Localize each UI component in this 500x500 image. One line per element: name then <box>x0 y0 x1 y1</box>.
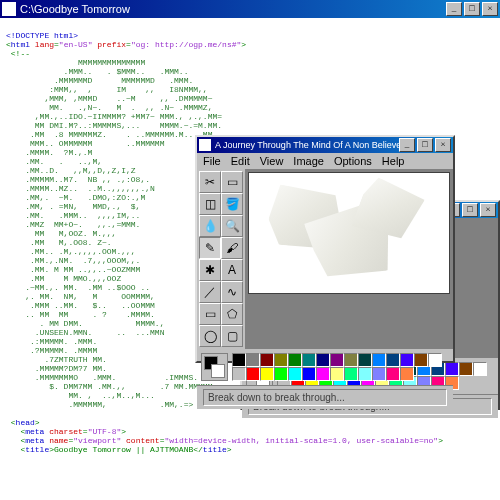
tool-picker[interactable]: 💧 <box>199 215 221 237</box>
tool-text[interactable]: A <box>221 259 243 281</box>
close-button[interactable]: × <box>435 138 451 152</box>
paint-title: A Journey Through The Mind Of A Non Beli… <box>215 140 399 150</box>
tool-eraser[interactable]: ◫ <box>199 193 221 215</box>
tool-ellipse[interactable]: ◯ <box>199 325 221 347</box>
close-button[interactable]: × <box>482 2 498 16</box>
maximize-button[interactable]: □ <box>462 203 478 217</box>
swatch[interactable] <box>330 353 344 367</box>
swatch[interactable] <box>344 353 358 367</box>
swatch[interactable] <box>344 367 358 381</box>
tool-polygon[interactable]: ⬠ <box>221 303 243 325</box>
menu-file[interactable]: File <box>203 155 221 167</box>
swatch[interactable] <box>274 367 288 381</box>
current-colors[interactable] <box>201 353 228 381</box>
window-controls: _ □ × <box>446 2 498 16</box>
swatch[interactable] <box>288 353 302 367</box>
tool-brush[interactable]: 🖌 <box>221 237 243 259</box>
swatch[interactable] <box>274 353 288 367</box>
swatch[interactable] <box>358 367 372 381</box>
swatch[interactable] <box>386 367 400 381</box>
swatch[interactable] <box>260 367 274 381</box>
swatch[interactable] <box>400 367 414 381</box>
tool-line[interactable]: ／ <box>199 281 221 303</box>
tool-free-select[interactable]: ✂ <box>199 171 221 193</box>
palette <box>197 349 453 385</box>
swatch[interactable] <box>260 353 274 367</box>
swatch[interactable] <box>302 367 316 381</box>
menu-options[interactable]: Options <box>334 155 372 167</box>
swatch[interactable] <box>372 353 386 367</box>
doctype: <!DOCTYPE html> <box>6 31 78 40</box>
maximize-button[interactable]: □ <box>417 138 433 152</box>
swatch[interactable] <box>246 367 260 381</box>
swatch[interactable] <box>372 367 386 381</box>
tool-rect-select[interactable]: ▭ <box>221 171 243 193</box>
swatch[interactable] <box>358 353 372 367</box>
tool-magnify[interactable]: 🔍 <box>221 215 243 237</box>
swatch[interactable] <box>232 367 246 381</box>
menu-help[interactable]: Help <box>382 155 405 167</box>
tool-curve[interactable]: ∿ <box>221 281 243 303</box>
tool-spray[interactable]: ✱ <box>199 259 221 281</box>
paint-window[interactable]: A Journey Through The Mind Of A Non Beli… <box>195 135 455 363</box>
paint-icon <box>199 139 211 151</box>
status-text: Break down to break through... <box>203 389 447 406</box>
main-titlebar: C:\Goodbye Tomorrow _ □ × <box>0 0 500 18</box>
minimize-button[interactable]: _ <box>446 2 462 16</box>
main-title: C:\Goodbye Tomorrow <box>20 3 446 15</box>
swatch[interactable] <box>288 367 302 381</box>
close-button[interactable]: × <box>480 203 496 217</box>
menu-image[interactable]: Image <box>293 155 324 167</box>
minimize-button[interactable]: _ <box>399 138 415 152</box>
tool-fill[interactable]: 🪣 <box>221 193 243 215</box>
menu-view[interactable]: View <box>260 155 284 167</box>
swatch[interactable] <box>414 353 428 367</box>
tool-rect[interactable]: ▭ <box>199 303 221 325</box>
app-icon <box>2 2 16 16</box>
swatch[interactable] <box>400 353 414 367</box>
menu-edit[interactable]: Edit <box>231 155 250 167</box>
swatch[interactable] <box>232 353 246 367</box>
swatch[interactable] <box>316 353 330 367</box>
swatch[interactable] <box>428 353 442 367</box>
swatch[interactable] <box>316 367 330 381</box>
maximize-button[interactable]: □ <box>464 2 480 16</box>
toolbox: ✂▭◫🪣💧🔍✎🖌✱A／∿▭⬠◯▢ <box>197 169 245 349</box>
swatches <box>232 353 449 381</box>
swatch[interactable] <box>246 353 260 367</box>
canvas[interactable] <box>248 172 450 294</box>
canvas-area <box>245 169 453 349</box>
comment-open: <!-- <box>11 49 30 58</box>
swatch[interactable] <box>330 367 344 381</box>
swatch[interactable] <box>386 353 400 367</box>
paint-menubar: File Edit View Image Options Help <box>197 153 453 169</box>
tool-pencil[interactable]: ✎ <box>199 237 221 259</box>
swatch[interactable] <box>459 362 473 376</box>
swatch[interactable] <box>473 362 487 376</box>
tool-rounded-rect[interactable]: ▢ <box>221 325 243 347</box>
swatch[interactable] <box>302 353 316 367</box>
